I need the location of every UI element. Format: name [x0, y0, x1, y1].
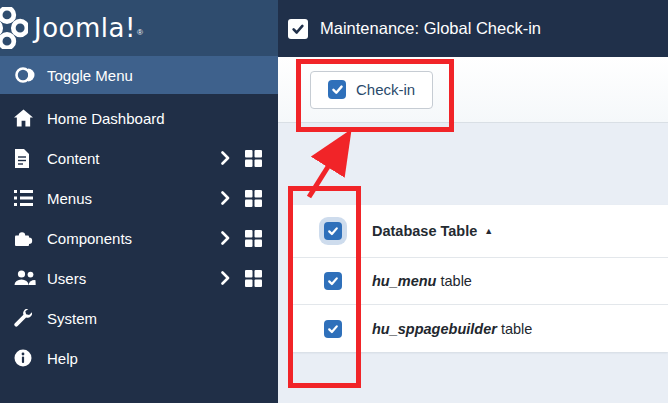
- sidebar: Joomla!® Toggle Menu Home Dashboard: [0, 0, 278, 403]
- sidebar-item-label: System: [47, 310, 97, 327]
- sidebar-item-menus[interactable]: Menus: [0, 178, 278, 218]
- info-icon: [14, 348, 38, 368]
- select-all-checkbox[interactable]: [324, 222, 342, 240]
- sidebar-item-components[interactable]: Components: [0, 218, 278, 258]
- toggle-menu-icon: [14, 65, 38, 85]
- table-name-cell: hu_sppagebuilder table: [372, 321, 532, 337]
- page-header: Maintenance: Global Check-in: [278, 0, 668, 57]
- row-checkbox[interactable]: [324, 272, 342, 290]
- checkin-table: Database Table ▲ hu_menu table: [289, 205, 668, 352]
- sidebar-item-help[interactable]: Help: [0, 338, 278, 378]
- dashboard-grid-icon[interactable]: [245, 270, 262, 287]
- dashboard-grid-icon[interactable]: [245, 230, 262, 247]
- chevron-right-icon: [221, 271, 230, 285]
- check-in-button-label: Check-in: [356, 81, 415, 98]
- chevron-right-icon: [221, 191, 230, 205]
- file-icon: [14, 148, 38, 168]
- wrench-icon: [14, 308, 38, 328]
- puzzle-icon: [14, 228, 38, 248]
- table-name-cell: hu_menu table: [372, 273, 472, 289]
- row-checkbox[interactable]: [324, 320, 342, 338]
- sidebar-toggle-menu[interactable]: Toggle Menu: [0, 56, 278, 94]
- sidebar-item-content[interactable]: Content: [0, 138, 278, 178]
- dashboard-grid-icon[interactable]: [245, 150, 262, 167]
- toolbar: Check-in: [278, 57, 668, 123]
- table-row: hu_sppagebuilder table: [289, 305, 668, 352]
- chevron-right-icon: [221, 151, 230, 165]
- logo-registered-mark: ®: [137, 28, 143, 37]
- logo-text: Joomla!: [34, 13, 136, 43]
- toggle-menu-label: Toggle Menu: [47, 67, 133, 84]
- sidebar-item-label: Users: [47, 270, 86, 287]
- home-icon: [14, 108, 38, 128]
- sidebar-item-home-dashboard[interactable]: Home Dashboard: [0, 98, 278, 138]
- sidebar-item-label: Content: [47, 150, 100, 167]
- users-icon: [14, 268, 38, 288]
- check-in-button-icon: [328, 80, 346, 99]
- checkin-title-icon: [288, 19, 308, 39]
- sidebar-item-label: Help: [47, 350, 78, 367]
- table-header-row: Database Table ▲: [289, 205, 668, 258]
- joomla-admin-window: Joomla!® Toggle Menu Home Dashboard: [0, 0, 668, 403]
- content-area: Database Table ▲ hu_menu table: [278, 123, 668, 403]
- sidebar-item-system[interactable]: System: [0, 298, 278, 338]
- table-row: hu_menu table: [289, 258, 668, 305]
- sidebar-item-label: Menus: [47, 190, 92, 207]
- column-header-database-table[interactable]: Database Table ▲: [372, 223, 493, 239]
- chevron-right-icon: [221, 231, 230, 245]
- check-in-button[interactable]: Check-in: [310, 71, 433, 109]
- logo-bar: Joomla!®: [0, 0, 278, 56]
- sidebar-menu: Home Dashboard Content Menus: [0, 94, 278, 378]
- page-title: Maintenance: Global Check-in: [320, 19, 541, 38]
- list-icon: [14, 188, 38, 208]
- main-area: Maintenance: Global Check-in Check-in: [278, 0, 668, 403]
- dashboard-grid-icon[interactable]: [245, 190, 262, 207]
- sidebar-item-label: Home Dashboard: [47, 110, 165, 127]
- sidebar-item-users[interactable]: Users: [0, 258, 278, 298]
- joomla-logo-icon: [0, 7, 28, 49]
- sidebar-item-label: Components: [47, 230, 132, 247]
- sort-ascending-icon: ▲: [484, 226, 493, 236]
